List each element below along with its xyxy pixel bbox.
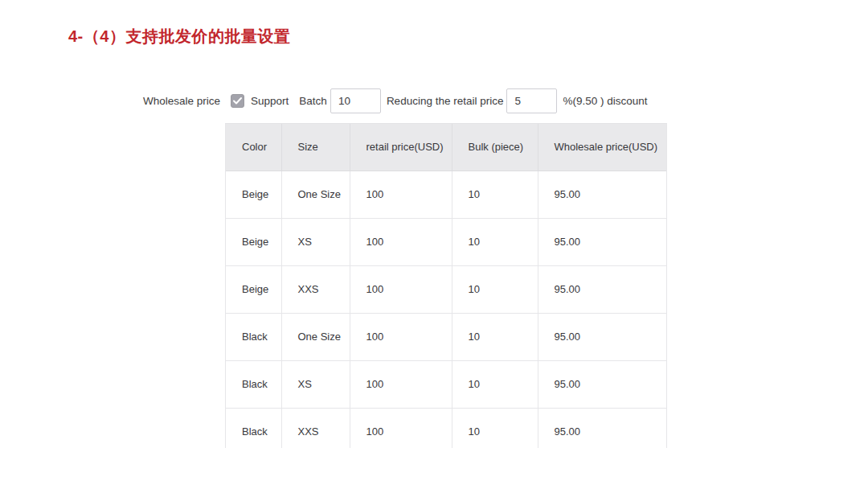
price-table-container: Color Size retail price(USD) Bulk (piece…: [225, 123, 667, 448]
table-cell: XXS: [281, 408, 350, 448]
table-cell: 95.00: [538, 360, 666, 408]
table-cell: 95.00: [538, 171, 666, 218]
table-cell: 95.00: [538, 265, 666, 313]
table-row: BeigeOne Size1001095.00: [226, 171, 666, 218]
header-bulk: Bulk (piece): [452, 124, 538, 171]
header-size: Size: [281, 124, 350, 171]
table-header: Color Size retail price(USD) Bulk (piece…: [226, 124, 666, 171]
table-cell: 10: [452, 265, 538, 313]
table-cell: 100: [350, 218, 452, 265]
table-cell: 100: [350, 313, 452, 360]
table-cell: 95.00: [538, 218, 666, 265]
wholesale-settings-form: Wholesale price Support Batch Reducing t…: [143, 88, 648, 113]
table-cell: 10: [452, 313, 538, 360]
support-checkbox[interactable]: [231, 94, 244, 108]
table-cell: 10: [452, 360, 538, 408]
header-color: Color: [226, 124, 281, 171]
table-row: BlackXXS1001095.00: [226, 408, 666, 448]
table-body: BeigeOne Size1001095.00BeigeXS1001095.00…: [226, 171, 666, 448]
table-row: BlackOne Size1001095.00: [226, 313, 666, 360]
support-label: Support: [251, 95, 289, 107]
header-retail: retail price(USD): [350, 124, 452, 171]
table-cell: XXS: [281, 265, 350, 313]
price-table: Color Size retail price(USD) Bulk (piece…: [226, 124, 666, 448]
reduce-retail-price-label: Reducing the retail price: [387, 95, 504, 107]
table-cell: 95.00: [538, 313, 666, 360]
table-cell: 95.00: [538, 408, 666, 448]
check-icon: [233, 97, 242, 105]
table-cell: 10: [452, 171, 538, 218]
header-wholesale: Wholesale price(USD): [538, 124, 666, 171]
table-cell: 100: [350, 265, 452, 313]
table-cell: XS: [281, 218, 350, 265]
table-cell: Black: [226, 313, 281, 360]
table-row: BlackXS1001095.00: [226, 360, 666, 408]
wholesale-price-label: Wholesale price: [143, 95, 220, 107]
table-header-row: Color Size retail price(USD) Bulk (piece…: [226, 124, 666, 171]
page-title: 4-（4）支持批发价的批量设置: [68, 26, 290, 47]
table-cell: 100: [350, 171, 452, 218]
batch-label: Batch: [299, 95, 327, 107]
discount-suffix-label: %(9.50 ) discount: [563, 95, 647, 107]
reduce-percent-input[interactable]: [506, 88, 557, 113]
table-cell: 100: [350, 360, 452, 408]
table-cell: 10: [452, 408, 538, 448]
page: 4-（4）支持批发价的批量设置 Wholesale price Support …: [0, 0, 868, 489]
batch-input[interactable]: [330, 88, 381, 113]
table-cell: Black: [226, 360, 281, 408]
table-cell: 10: [452, 218, 538, 265]
table-cell: Black: [226, 408, 281, 448]
table-row: BeigeXS1001095.00: [226, 218, 666, 265]
table-cell: One Size: [281, 313, 350, 360]
table-cell: Beige: [226, 171, 281, 218]
table-cell: One Size: [281, 171, 350, 218]
table-cell: Beige: [226, 218, 281, 265]
table-cell: XS: [281, 360, 350, 408]
table-cell: 100: [350, 408, 452, 448]
table-cell: Beige: [226, 265, 281, 313]
table-row: BeigeXXS1001095.00: [226, 265, 666, 313]
